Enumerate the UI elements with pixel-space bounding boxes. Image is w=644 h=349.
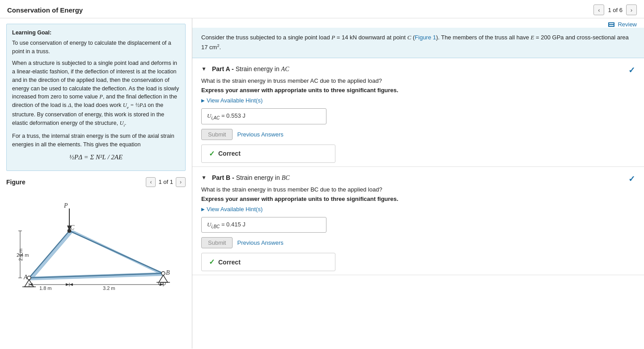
next-page-button[interactable]: › bbox=[626, 4, 637, 15]
part-a-answer: Ui,AC = 0.553 J bbox=[201, 108, 326, 124]
part-b-title: Part B - Strain energy in BC bbox=[212, 174, 290, 182]
part-a-section: ✓ ▼ Part A - Strain energy in AC What is… bbox=[192, 58, 644, 167]
truss-diagram: P 2.4 m 2.4 m 1.8 m 3.2 m bbox=[6, 191, 186, 294]
part-a-correct-check: ✓ bbox=[209, 149, 215, 158]
learning-goal-box: Learning Goal: To use conservation of en… bbox=[6, 24, 186, 171]
truss-svg: P 2.4 m 2.4 m 1.8 m 3.2 m bbox=[16, 191, 177, 294]
figure-page-count: 1 of 1 bbox=[158, 179, 173, 185]
part-b-correct-check: ✓ bbox=[209, 258, 215, 266]
part-b-collapse[interactable]: ▼ bbox=[201, 174, 208, 181]
part-a-correct-label: Correct bbox=[218, 150, 241, 157]
part-b-submit-button[interactable]: Submit bbox=[201, 237, 233, 248]
page-navigation: ‹ 1 of 6 › bbox=[593, 4, 637, 15]
svg-text:2.4 m: 2.4 m bbox=[17, 252, 29, 258]
part-a-check: ✓ bbox=[628, 65, 635, 75]
svg-line-3 bbox=[29, 231, 69, 278]
svg-marker-32 bbox=[69, 283, 73, 286]
part-a-title: Part A - Strain energy in AC bbox=[212, 65, 289, 73]
figure-header: Figure ‹ 1 of 1 › bbox=[6, 177, 186, 187]
part-a-submit-button[interactable]: Submit bbox=[201, 129, 233, 140]
part-a-collapse[interactable]: ▼ bbox=[201, 66, 208, 72]
page-count: 1 of 6 bbox=[608, 7, 623, 13]
svg-text:3.2 m: 3.2 m bbox=[103, 285, 115, 291]
svg-text:1.8 m: 1.8 m bbox=[39, 285, 52, 291]
figure-title: Figure bbox=[6, 179, 25, 186]
review-label: Review bbox=[618, 21, 637, 28]
problem-statement: Consider the truss subjected to a single… bbox=[192, 28, 644, 58]
part-b-check: ✓ bbox=[628, 174, 635, 184]
learning-goal-para3: For a truss, the internal strain energy … bbox=[12, 132, 180, 149]
svg-marker-11 bbox=[159, 275, 168, 282]
part-a-submit-row: Submit Previous Answers bbox=[201, 129, 635, 140]
page-title: Conservation of Energy bbox=[7, 6, 83, 14]
right-panel: Review Consider the truss subjected to a… bbox=[192, 18, 644, 349]
part-b-answer: Ui,BC = 0.415 J bbox=[201, 217, 326, 233]
part-b-instruction: Express your answer with appropriate uni… bbox=[201, 196, 635, 202]
part-b-header: ▼ Part B - Strain energy in BC bbox=[201, 174, 635, 182]
part-a-correct-box: ✓ Correct bbox=[201, 145, 335, 163]
svg-marker-31 bbox=[66, 283, 69, 286]
review-link[interactable]: Review bbox=[608, 21, 637, 28]
svg-text:B: B bbox=[166, 269, 170, 276]
part-b-section: ✓ ▼ Part B - Strain energy in BC What is… bbox=[192, 167, 644, 276]
hint-a-label: View Available Hint(s) bbox=[207, 97, 263, 104]
learning-goal-title: Learning Goal: bbox=[12, 29, 180, 37]
svg-text:P: P bbox=[64, 202, 68, 209]
svg-line-4 bbox=[69, 231, 163, 273]
part-b-correct-label: Correct bbox=[218, 259, 241, 266]
learning-goal-para1: To use conservation of energy to calcula… bbox=[12, 39, 180, 56]
figure-link[interactable]: Figure 1 bbox=[415, 34, 436, 41]
prev-page-button[interactable]: ‹ bbox=[593, 4, 604, 15]
formula-display: ½PΔ = Σ N²L / 2AE bbox=[12, 152, 180, 162]
review-row: Review bbox=[192, 18, 644, 28]
figure-nav: ‹ 1 of 1 › bbox=[146, 177, 186, 187]
part-a-header: ▼ Part A - Strain energy in AC bbox=[201, 65, 635, 73]
part-a-instruction: Express your answer with appropriate uni… bbox=[201, 87, 635, 94]
hint-b-arrow: ▶ bbox=[201, 207, 205, 212]
figure-prev-button[interactable]: ‹ bbox=[146, 177, 156, 187]
hint-a-arrow: ▶ bbox=[201, 98, 205, 103]
part-b-hint-link[interactable]: ▶ View Available Hint(s) bbox=[201, 206, 635, 213]
svg-text:A: A bbox=[23, 274, 28, 281]
part-a-question: What is the strain energy in truss membe… bbox=[201, 77, 635, 84]
part-b-question: What is the strain energy in truss membe… bbox=[201, 186, 635, 193]
part-b-correct-box: ✓ Correct bbox=[201, 253, 335, 271]
part-a-hint-link[interactable]: ▶ View Available Hint(s) bbox=[201, 97, 635, 104]
figure-next-button[interactable]: › bbox=[176, 177, 186, 187]
hint-b-label: View Available Hint(s) bbox=[207, 206, 263, 213]
left-panel: Learning Goal: To use conservation of en… bbox=[0, 18, 192, 349]
part-a-prev-answers[interactable]: Previous Answers bbox=[237, 131, 283, 138]
svg-text:C: C bbox=[70, 224, 75, 231]
part-b-prev-answers[interactable]: Previous Answers bbox=[237, 239, 283, 246]
part-b-submit-row: Submit Previous Answers bbox=[201, 237, 635, 248]
learning-goal-para2: When a structure is subjected to a singl… bbox=[12, 59, 180, 128]
